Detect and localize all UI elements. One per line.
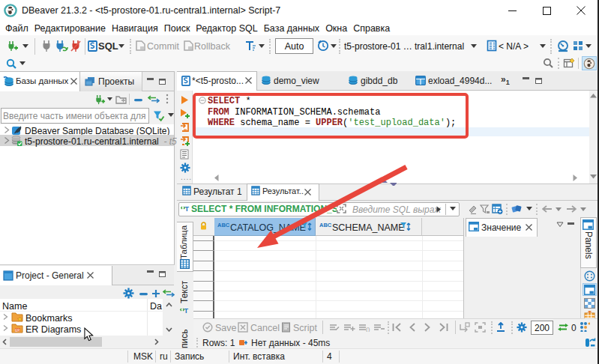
svg-text:(): () <box>366 326 370 332</box>
svg-text:ER: ER <box>15 329 20 333</box>
svg-text:T: T <box>184 307 189 315</box>
svg-text:T: T <box>185 205 190 213</box>
